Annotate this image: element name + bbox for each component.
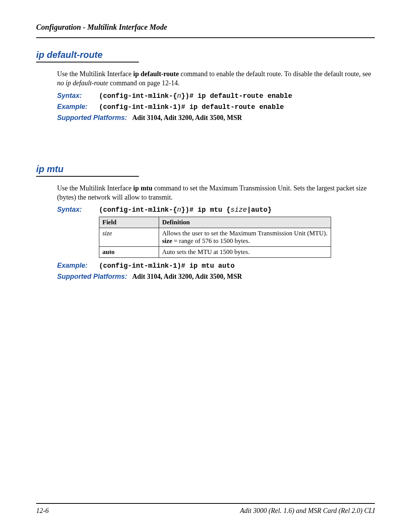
cell-field: auto	[99, 247, 159, 258]
syntax-code: }	[268, 206, 272, 214]
platforms-label: Supported Platforms:	[57, 273, 127, 280]
def-key: size	[162, 237, 172, 244]
def-text: = range of 576 to 1500 bytes.	[172, 237, 250, 244]
section2-platforms: Supported Platforms: Adit 3104, Adit 320…	[57, 273, 375, 281]
table-row: size Allows the user to set the Maximum …	[99, 228, 331, 247]
header-rule	[36, 37, 375, 38]
intro-ref: no ip default-route	[57, 79, 108, 87]
intro-text: Use the Multilink Interface	[57, 70, 133, 78]
cell-definition: Allows the user to set the Maximum Trans…	[159, 228, 331, 247]
platforms-value: Adit 3104, Adit 3200, Adit 3500, MSR	[132, 273, 242, 280]
syntax-var: n	[177, 206, 181, 214]
section-title-underline	[36, 62, 139, 62]
intro-text: Use the Multilink Interface	[57, 184, 133, 192]
syntax-value: (config-int-mlink-{n})# ip default-route…	[99, 92, 375, 100]
table-row: auto Auto sets the MTU at 1500 bytes.	[99, 247, 331, 258]
page: Configuration - Multilink Interface Mode…	[0, 0, 411, 532]
running-title: Configuration - Multilink Interface Mode	[36, 23, 375, 32]
doc-title: Adit 3000 (Rel. 1.6) and MSR Card (Rel 2…	[240, 507, 375, 515]
footer-rule	[36, 503, 375, 504]
syntax-label: Syntax:	[57, 206, 99, 214]
syntax-code: })# ip mtu {	[181, 206, 231, 214]
intro-cmd: ip default-route	[133, 70, 179, 78]
syntax-code: (config-int-mlink-{	[99, 206, 177, 214]
section1-definitions: Syntax: (config-int-mlink-{n})# ip defau…	[57, 92, 375, 111]
section2-example: Example: (config-int-mlink-1)# ip mtu au…	[57, 262, 375, 270]
col-definition: Definition	[159, 217, 331, 228]
table-header-row: Field Definition	[99, 217, 331, 228]
section1-platforms: Supported Platforms: Adit 3104, Adit 320…	[57, 114, 375, 122]
example-label: Example:	[57, 103, 99, 111]
syntax-row: Syntax: (config-int-mlink-{n})# ip mtu {…	[57, 206, 375, 214]
syntax-code: |	[247, 206, 251, 214]
section-title-ip-default-route: ip default-route	[36, 50, 375, 60]
syntax-code: (config-int-mlink-{	[99, 92, 177, 100]
syntax-label: Syntax:	[57, 92, 99, 100]
syntax-row: Syntax: (config-int-mlink-{n})# ip defau…	[57, 92, 375, 100]
cell-definition: Auto sets the MTU at 1500 bytes.	[159, 247, 331, 258]
syntax-var: n	[177, 92, 181, 100]
col-field: Field	[99, 217, 159, 228]
page-number: 12-6	[36, 507, 49, 515]
section-title-underline	[36, 176, 139, 177]
section2-intro: Use the Multilink Interface ip mtu comma…	[57, 184, 375, 202]
syntax-value: (config-int-mlink-{n})# ip mtu {size|aut…	[99, 206, 375, 214]
section2-syntax: Syntax: (config-int-mlink-{n})# ip mtu {…	[57, 206, 375, 214]
def-text: Allows the user to set the Maximum Trans…	[162, 230, 327, 237]
example-value: (config-int-mlink-1)# ip mtu auto	[99, 262, 375, 270]
example-value: (config-int-mlink-1)# ip default-route e…	[99, 103, 375, 111]
example-row: Example: (config-int-mlink-1)# ip mtu au…	[57, 262, 375, 270]
example-row: Example: (config-int-mlink-1)# ip defaul…	[57, 103, 375, 111]
section-title-ip-mtu: ip mtu	[36, 164, 375, 174]
field-table: Field Definition size Allows the user to…	[99, 217, 331, 258]
example-label: Example:	[57, 262, 99, 270]
platforms-value: Adit 3104, Adit 3200, Adit 3500, MSR	[132, 114, 242, 121]
intro-text: command on page 12-14.	[108, 79, 179, 87]
intro-cmd: ip mtu	[133, 184, 153, 192]
cell-field: size	[99, 228, 159, 247]
section1-intro: Use the Multilink Interface ip default-r…	[57, 69, 375, 88]
platforms-label: Supported Platforms:	[57, 114, 127, 121]
syntax-var: size	[231, 206, 247, 214]
syntax-code: auto	[251, 206, 268, 214]
syntax-code: })# ip default-route enable	[181, 92, 292, 100]
page-footer: 12-6 Adit 3000 (Rel. 1.6) and MSR Card (…	[36, 503, 375, 515]
intro-text: command to enable the default route. To …	[179, 70, 371, 78]
